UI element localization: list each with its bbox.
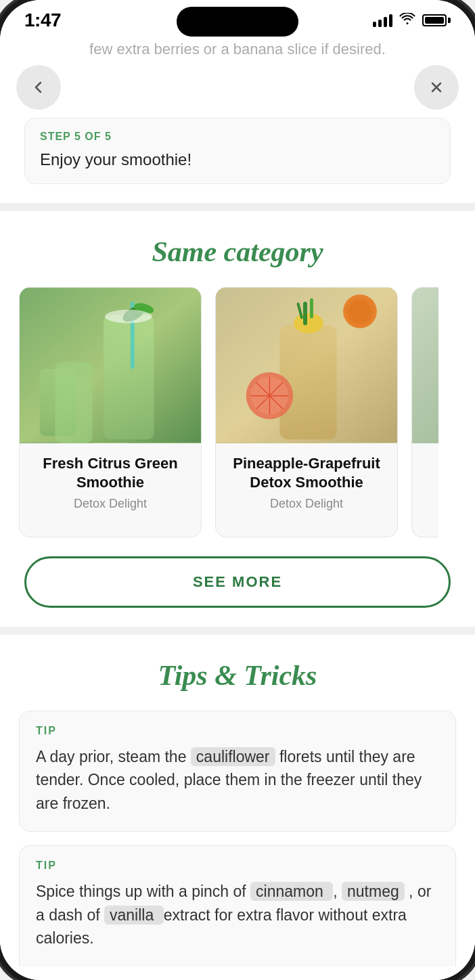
tips-section: Tips & Tricks TIP A day prior, steam the… [0, 635, 475, 980]
svg-rect-11 [310, 298, 313, 318]
same-category-section: Same category [0, 211, 475, 627]
status-icons [373, 12, 451, 29]
section-divider-2 [0, 627, 475, 635]
tip-2-highlight-nutmeg: nutmeg [342, 882, 405, 901]
recipe-card-2-info: Pineapple-Grapefruit Detox Smoothie Deto… [216, 443, 397, 525]
svg-point-9 [294, 313, 323, 333]
tip-1-text: A day prior, steam the cauliflower flore… [36, 745, 439, 816]
yellow-smoothie-image [216, 288, 397, 443]
back-button[interactable] [16, 65, 61, 110]
recipe-card-3-partial [411, 287, 438, 537]
faded-top-text: few extra berries or a banana slice if d… [0, 37, 475, 65]
nav-buttons [0, 65, 475, 118]
tip-1-label: TIP [36, 725, 439, 737]
content-area: few extra berries or a banana slice if d… [0, 37, 475, 980]
svg-rect-10 [303, 301, 307, 325]
status-bar: 1:47 [0, 0, 475, 37]
step-card: STEP 5 OF 5 Enjoy your smoothie! [24, 118, 451, 184]
recipe-cards-list: Fresh Citrus Green Smoothie Detox Deligh… [0, 287, 475, 537]
tip-2-text: Spice things up with a pinch of cinnamon… [36, 880, 439, 950]
tip-1-highlight-cauliflower: cauliflower [191, 747, 275, 766]
green-smoothie-image [20, 288, 201, 443]
step-label: STEP 5 OF 5 [40, 131, 435, 143]
tip-card-2-partial: TIP Spice things up with a pinch of cinn… [19, 845, 456, 966]
battery-icon [422, 14, 451, 26]
same-category-title: Same category [0, 236, 475, 268]
section-divider [0, 203, 475, 211]
svg-rect-2 [104, 315, 154, 439]
notch [177, 7, 298, 37]
svg-point-6 [105, 309, 152, 323]
tip-2-highlight-vanilla: vanilla [104, 906, 164, 925]
recipe-card-1[interactable]: Fresh Citrus Green Smoothie Detox Deligh… [19, 287, 202, 537]
step-text: Enjoy your smoothie! [40, 148, 435, 171]
svg-rect-1 [40, 369, 77, 436]
close-button[interactable] [414, 65, 459, 110]
recipe-card-1-category: Detox Delight [30, 497, 190, 511]
tip-2-highlight-cinnamon: cinnamon [250, 882, 333, 901]
signal-bars-icon [373, 14, 392, 27]
tip-2-label: TIP [36, 860, 439, 872]
wifi-icon [399, 12, 415, 29]
recipe-card-1-title: Fresh Citrus Green Smoothie [30, 454, 190, 493]
recipe-card-2-category: Detox Delight [227, 497, 386, 511]
recipe-image-1 [20, 288, 201, 443]
recipe-card-2[interactable]: Pineapple-Grapefruit Detox Smoothie Deto… [215, 287, 398, 537]
tip-card-1: TIP A day prior, steam the cauliflower f… [19, 711, 456, 832]
tips-title: Tips & Tricks [0, 659, 475, 692]
see-more-button[interactable]: SEE MORE [24, 556, 451, 608]
recipe-card-1-info: Fresh Citrus Green Smoothie Detox Deligh… [20, 443, 201, 525]
phone-frame: 1:47 few extra [0, 0, 475, 980]
recipe-image-2 [216, 288, 397, 443]
status-time: 1:47 [24, 9, 61, 31]
recipe-card-2-title: Pineapple-Grapefruit Detox Smoothie [227, 454, 386, 493]
